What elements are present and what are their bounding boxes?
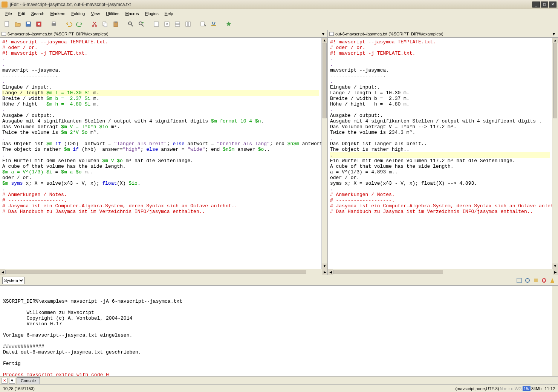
console-clear-icon[interactable] [532,277,539,284]
split-horizontal-icon[interactable] [173,20,182,28]
buffer-status-icon [2,32,6,36]
dock-bar-bottom: ✕ ▼ Console [0,376,558,384]
console-to-buffer-icon[interactable] [516,277,523,284]
paste-icon[interactable] [112,20,120,28]
horizontal-scrollbar[interactable]: ◀ ▶ [328,269,558,275]
menu-search[interactable]: Search [28,10,47,17]
clock: 11:12 [544,386,555,391]
vertical-scrollbar[interactable] [552,286,558,376]
menu-markers[interactable]: Markers [47,10,69,17]
svg-rect-20 [188,22,190,26]
menu-edit[interactable]: Edit [15,10,28,17]
close-button[interactable]: ✕ [549,2,556,8]
scroll-left-icon[interactable]: ◀ [328,269,333,275]
buffer-options-icon[interactable] [199,20,207,28]
buffer-status-icon [329,32,334,36]
maximize-button[interactable]: □ [541,2,548,8]
svg-rect-18 [175,24,180,26]
find-replace-icon[interactable] [137,20,145,28]
menu-folding[interactable]: Folding [68,10,88,17]
dock-menu-icon[interactable]: ▼ [9,378,15,384]
menu-file[interactable]: File [2,10,15,17]
shell-select[interactable]: System [2,277,24,284]
svg-point-14 [142,22,144,23]
console-settings-icon[interactable] [524,277,531,284]
dropdown-arrow-icon[interactable]: ▼ [551,32,556,36]
scroll-up-icon[interactable]: ▲ [552,38,558,43]
menu-utilities[interactable]: Utilities [103,10,122,17]
svg-rect-4 [52,23,56,26]
global-options-icon[interactable] [209,20,218,28]
menu-plugins[interactable]: Plugins [142,10,162,17]
svg-rect-9 [104,23,107,27]
menu-help[interactable]: Help [162,10,176,17]
editor-pane-right: out-6-mavscript--jasymca.txt (%SCRIPT_DI… [328,30,558,275]
scroll-thumb[interactable] [323,43,327,118]
scroll-left-icon[interactable]: ◀ [0,269,5,275]
buffer-name: 6-mavscript--jasymca.txt (%SCRIPT_DIR%\e… [8,32,109,36]
minimize-button[interactable]: _ [532,2,540,8]
editor-pane-left: 6-mavscript--jasymca.txt (%SCRIPT_DIR%\e… [0,30,328,275]
toolbar [0,18,558,30]
console-stop-icon[interactable] [541,277,547,284]
new-view-icon[interactable] [152,20,161,28]
dock-close-icon[interactable]: ✕ [2,378,8,384]
scroll-right-icon[interactable]: ▶ [322,269,327,275]
svg-rect-17 [175,22,180,24]
undo-icon[interactable] [65,20,73,28]
scroll-thumb[interactable] [333,270,443,274]
cut-icon[interactable] [90,20,99,28]
menu-macros[interactable]: Macros [122,10,142,17]
editor-split-area: 6-mavscript--jasymca.txt (%SCRIPT_DIR%\e… [0,30,558,275]
mode-status: (mavscript,none,UTF-8) [455,386,499,391]
svg-point-12 [128,22,131,25]
copy-icon[interactable] [101,20,109,28]
svg-rect-11 [115,21,117,23]
window-title-bar: jEdit - 6-mavscript--jasymca.txt, out-6-… [0,0,558,9]
buffer-switcher-right[interactable]: out-6-mavscript--jasymca.txt (%SCRIPT_DI… [328,30,558,38]
menu-bar: FileEditSearchMarkersFoldingViewUtilitie… [0,9,558,18]
print-icon[interactable] [50,20,58,28]
console-output[interactable]: %SCRIPT_DIR%\examples> mavscript -jA 6-m… [0,286,558,376]
redo-icon[interactable] [75,20,84,28]
svg-point-23 [526,279,529,282]
scroll-thumb[interactable] [5,270,306,274]
console-run-icon[interactable] [549,277,556,284]
svg-rect-21 [201,22,204,26]
console-toolbar: System [0,275,558,286]
svg-rect-19 [186,22,188,26]
buffer-switcher-left[interactable]: 6-mavscript--jasymca.txt (%SCRIPT_DIR%\e… [0,30,327,38]
unsplit-icon[interactable] [163,20,171,28]
buffer-name: out-6-mavscript--jasymca.txt (%SCRIPT_DI… [335,32,443,36]
window-title: jEdit - 6-mavscript--jasymca.txt, out-6-… [10,2,532,7]
new-file-icon[interactable] [3,20,11,28]
plugin-run-icon[interactable] [225,20,233,28]
svg-rect-24 [534,279,538,282]
svg-rect-22 [517,278,521,283]
svg-rect-0 [5,21,9,26]
menu-view[interactable]: View [88,10,103,17]
split-vertical-icon[interactable] [184,20,192,28]
svg-rect-5 [52,22,55,23]
text-area-right[interactable]: #! mavscript --jasymca TEMPLATE.txt.# od… [328,38,552,269]
app-icon [2,2,8,8]
save-file-icon[interactable] [24,20,32,28]
text-area-left[interactable]: #! mavscript --jasymca TEMPLATE.txt.# od… [0,38,321,269]
horizontal-scrollbar[interactable]: ◀ ▶ [0,269,327,275]
memory-total: 34Mb [531,386,542,391]
flags-status: N m r o WG [500,386,522,391]
print-margin [224,38,224,269]
console-tab-button[interactable]: Console [17,377,40,384]
scroll-right-icon[interactable]: ▶ [553,269,558,275]
scroll-up-icon[interactable]: ▲ [322,38,327,43]
dropdown-arrow-icon[interactable]: ▼ [321,32,326,36]
scroll-down-icon[interactable]: ▼ [322,263,327,269]
open-file-icon[interactable] [14,20,22,28]
status-bar: 10,28 (164/1153) (mavscript,none,UTF-8) … [0,384,558,392]
close-file-icon[interactable] [35,20,43,28]
find-icon[interactable] [127,20,135,28]
vertical-scrollbar[interactable]: ▲ ▼ [321,38,327,269]
scroll-down-icon[interactable]: ▼ [552,263,558,269]
vertical-scrollbar[interactable]: ▲ ▼ [552,38,558,269]
scroll-thumb[interactable] [553,43,557,118]
